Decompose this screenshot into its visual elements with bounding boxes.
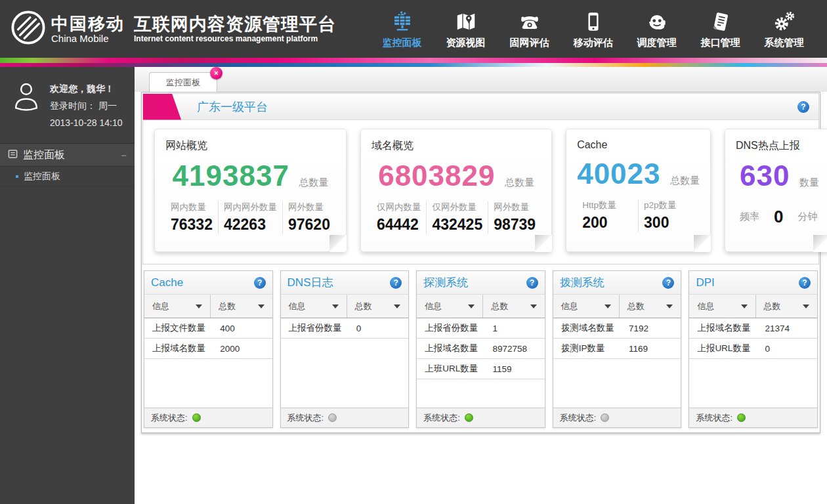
brand-logo: 中国移动 China Mobile [0, 10, 125, 48]
panel-footer: 系统状态: [553, 408, 681, 427]
row-value: 8972758 [483, 344, 544, 354]
panel-footer: 系统状态: [144, 408, 272, 427]
big-number: 4193837 [173, 159, 289, 192]
row-label: 上报省份数量 [417, 322, 483, 334]
main-content: 监控面板 × 广东一级平台 ? 网站概览 [135, 67, 827, 504]
close-icon[interactable]: × [210, 67, 223, 79]
column-header-total[interactable]: 总数 [347, 295, 408, 318]
login-time-line1: 登录时间： 周一 [50, 97, 123, 114]
help-icon[interactable]: ? [797, 101, 809, 113]
nav-item-fixed-network-eval[interactable]: 固网评估 [498, 9, 561, 49]
table-row: 上报文件数量 400 [144, 318, 272, 339]
collapse-minus-icon[interactable]: − [121, 150, 127, 161]
chevron-down-icon [258, 304, 265, 308]
nav-item-system-mgmt[interactable]: 系统管理 [752, 9, 816, 49]
card-title: Cache [577, 139, 700, 151]
tab-content-panel: 广东一级平台 ? 网站概览 4193837 总数量 [141, 92, 820, 433]
row-value: 7192 [620, 324, 681, 333]
nav-label: 移动评估 [574, 37, 613, 49]
stat-value: 200 [582, 214, 633, 232]
status-label: 系统状态: [423, 412, 460, 424]
chevron-down-icon [196, 304, 202, 308]
frequency-row: 频率 0 分钟 [736, 207, 819, 227]
nav-item-monitor-panel[interactable]: 监控面板 [370, 9, 434, 49]
row-label: 上报文件数量 [144, 322, 211, 334]
column-header-info[interactable]: 信息 [553, 295, 620, 318]
column-label: 总数 [764, 301, 781, 312]
freq-value: 0 [774, 207, 783, 227]
row-value: 400 [211, 324, 272, 333]
help-icon[interactable]: ? [254, 277, 266, 289]
column-header-info[interactable]: 信息 [417, 295, 483, 318]
sidebar: 欢迎您，魏华！ 登录时间： 周一 2013-10-28 14:10 监控面板 −… [0, 67, 135, 504]
card-title: 域名概览 [371, 139, 541, 153]
help-icon[interactable]: ? [662, 277, 674, 289]
row-label: 上班URL数量 [417, 363, 483, 375]
column-header-total[interactable]: 总数 [211, 295, 272, 318]
nav-item-dispatch-mgmt[interactable]: 调度管理 [625, 9, 689, 49]
column-header-info[interactable]: 信息 [281, 295, 347, 318]
summary-card-domain-overview: 域名概览 6803829 总数量 仅网内数量 64442 [360, 129, 552, 252]
panel-footer: 系统状态: [689, 408, 817, 427]
app-title: 互联网内容资源管理平台 Internet content resources m… [134, 14, 336, 44]
help-icon[interactable]: ? [799, 277, 811, 289]
table-row: 拨测域名数量 7192 [553, 318, 681, 339]
bullet-icon [16, 175, 18, 178]
stat: 仅网外数量 432425 [426, 201, 488, 234]
column-header-info[interactable]: 信息 [689, 295, 755, 318]
column-label: 信息 [425, 301, 442, 312]
chevron-down-icon [741, 304, 748, 308]
stat-label: Http数量 [582, 200, 633, 211]
pink-flag-decoration [143, 94, 181, 120]
column-header-total[interactable]: 总数 [483, 295, 544, 318]
help-icon[interactable]: ? [390, 277, 402, 289]
panel-title: DNS日志 [287, 275, 333, 290]
sidebar-section-label: 监控面板 [23, 148, 121, 162]
column-header-total[interactable]: 总数 [620, 295, 681, 318]
stat-label: 仅网内数量 [377, 201, 421, 213]
stat-value: 42263 [224, 216, 277, 234]
page-curl-decoration [813, 235, 827, 252]
nav-item-mobile-eval[interactable]: 移动评估 [561, 9, 625, 49]
nav-item-interface-mgmt[interactable]: 接口管理 [689, 9, 752, 49]
app-title-zh: 互联网内容资源管理平台 [134, 14, 336, 34]
row-label: 上报URL数量 [689, 343, 755, 354]
sidebar-section-monitor-panel[interactable]: 监控面板 − [0, 143, 135, 167]
column-label: 总数 [627, 301, 645, 312]
nav-item-resource-view[interactable]: 资源视图 [434, 9, 498, 49]
stat: p2p数量 300 [638, 200, 700, 232]
chevron-down-icon [803, 304, 809, 308]
tab-monitor-panel[interactable]: 监控面板 × [149, 72, 217, 92]
table-panel-cache: Cache ? 信息 总数 [144, 270, 273, 428]
stat-value: 300 [644, 214, 694, 232]
big-number-label: 总数量 [670, 175, 700, 186]
table-row: 拨测IP数量 1169 [553, 339, 681, 359]
main-nav: 监控面板 资源视图 [370, 9, 816, 49]
status-label: 系统状态: [696, 412, 732, 424]
stat-label: 网内数量 [171, 201, 213, 213]
table-row: 上班URL数量 1159 [417, 359, 545, 379]
status-dot [601, 413, 609, 422]
table-panel-probe-system: 探测系统 ? 信息 总数 [416, 270, 545, 428]
summary-cards-row: 网站概览 4193837 总数量 网内数量 76332 [143, 120, 818, 264]
column-header-total[interactable]: 总数 [756, 295, 817, 318]
row-value: 0 [347, 324, 408, 333]
tab-strip: 监控面板 × [135, 67, 827, 92]
big-number: 40023 [577, 158, 660, 190]
brand-name: 中国移动 China Mobile [51, 14, 125, 44]
sidebar-item-monitor-panel[interactable]: 监控面板 [0, 167, 135, 186]
card-title: DNS热点上报 [736, 139, 819, 153]
table-row: 上报域名数量 2000 [144, 339, 272, 359]
row-label: 上报域名数量 [417, 343, 483, 354]
gears-icon [773, 9, 795, 33]
chevron-down-icon [394, 304, 400, 308]
panel-title: 拨测系统 [560, 275, 604, 290]
column-header-info[interactable]: 信息 [144, 295, 211, 318]
row-value: 1159 [483, 364, 544, 374]
status-dot [328, 413, 337, 422]
platform-section: 广东一级平台 ? 网站概览 4193837 总数量 [142, 93, 819, 264]
stat: 网内数量 76332 [165, 201, 218, 234]
help-icon[interactable]: ? [526, 277, 538, 289]
column-label: 信息 [697, 301, 714, 312]
tab-label: 监控面板 [166, 77, 200, 89]
